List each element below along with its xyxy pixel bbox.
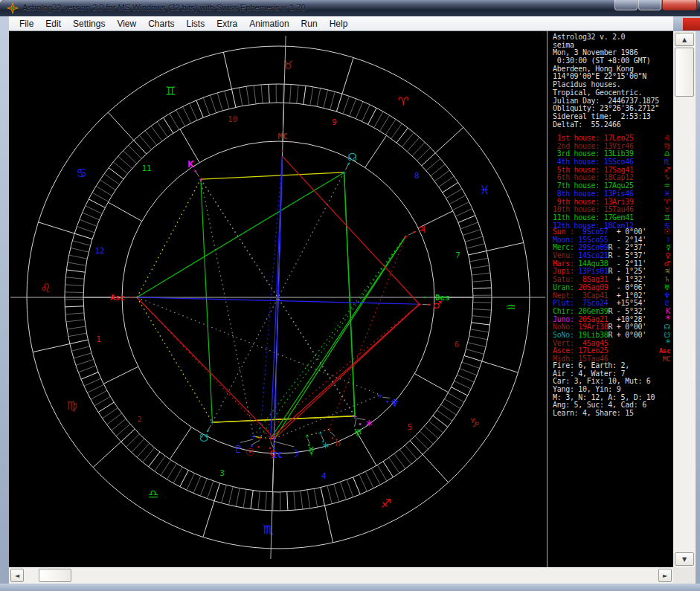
house-cusp	[108, 202, 141, 221]
window-border-right	[696, 31, 700, 591]
sign-boundary	[39, 222, 75, 233]
aspect-line	[260, 156, 282, 437]
aspect-line	[201, 172, 344, 179]
maximize-button[interactable]	[638, 0, 661, 10]
planet-marker-merc: +	[305, 432, 309, 439]
aspect-line	[254, 236, 405, 436]
chart-info-line: DeltaT: 55.2466	[553, 121, 670, 129]
sign-glyph-aries: ♈	[398, 94, 408, 109]
sign-boundary	[482, 361, 518, 372]
planet-marker-nep: +	[379, 392, 383, 399]
planet-dot-nep	[386, 401, 388, 403]
sign-glyph-aquarius: ♒	[506, 300, 516, 314]
planet-marker-nono: +	[342, 169, 347, 176]
aspect-line	[137, 297, 380, 395]
house-number-2: 2	[137, 415, 142, 424]
close-button[interactable]	[662, 0, 697, 10]
vertical-scroll-thumb[interactable]	[675, 48, 694, 97]
sign-glyph-scorpio: ♏	[263, 523, 274, 537]
house-number-6: 6	[455, 340, 460, 349]
app-icon-image	[7, 2, 19, 14]
menu-item-file[interactable]: File	[13, 17, 39, 30]
chart-info-line: Tropical, Geocentric.	[553, 89, 670, 97]
planet-marker-plu: +	[251, 433, 256, 440]
planet-marker-ven: +	[269, 435, 273, 442]
sign-glyph-taurus: ♉	[283, 58, 293, 72]
sign-glyph-gemini: ♊	[165, 84, 176, 98]
mc-label: MC	[278, 132, 288, 141]
menu-item-run[interactable]: Run	[295, 17, 324, 30]
menu-item-help[interactable]: Help	[324, 17, 354, 30]
planet-glyph-nep: ♆	[390, 397, 399, 409]
house-cusp	[103, 366, 138, 384]
sign-boundary	[423, 454, 449, 482]
menu-item-edit[interactable]: Edit	[39, 17, 67, 30]
planet-marker-moon: +	[272, 435, 277, 442]
sign-glyph-capricorn: ♑	[469, 416, 480, 430]
house-number-8: 8	[414, 171, 420, 181]
menu-bar: FileEditSettingsViewChartsListsExtraAnim…	[9, 16, 673, 31]
house-number-7: 7	[455, 251, 460, 260]
planet-glyph-sono: ☋	[199, 432, 208, 444]
scrollbar-corner	[673, 567, 696, 584]
house-number-4: 4	[321, 471, 327, 481]
planet-dot-sun	[257, 446, 260, 448]
menu-item-lists[interactable]: Lists	[181, 17, 211, 30]
sign-glyph-cancer: ♋	[77, 166, 87, 180]
ic-label: IC	[272, 450, 282, 460]
house-number-1: 1	[96, 335, 101, 344]
menu-item-settings[interactable]: Settings	[67, 17, 111, 30]
aspect-line	[274, 236, 405, 439]
house-number-3: 3	[219, 468, 225, 478]
planet-marker-vert: +	[318, 429, 323, 436]
planet-glyph-merc: ☿	[308, 445, 315, 456]
horizontal-scroll-thumb[interactable]	[39, 569, 71, 582]
menu-item-animation[interactable]: Animation	[243, 17, 295, 30]
house-cusp	[180, 129, 199, 163]
house-cusp	[414, 374, 448, 393]
des-point	[424, 297, 426, 298]
aspect-line	[282, 156, 419, 304]
planet-dot-plu	[251, 445, 253, 448]
planet-marker-mars: +	[417, 300, 422, 308]
window-border-bottom	[0, 584, 700, 591]
minimize-button[interactable]	[614, 0, 638, 10]
asc-label: Asc	[110, 293, 125, 303]
title-bar[interactable]: Astrolog32 version 2.0 for MS Windows (3…	[0, 0, 700, 16]
horizontal-scrollbar[interactable]: ◄ ►	[9, 567, 673, 584]
sign-boundary	[435, 127, 463, 153]
natal-wheel: ♈♉♊♋♌♍♎♏♐♑♒♓123456789101112+☉+☽+☿+♀+♂+♃+…	[9, 31, 547, 567]
house-number-12: 12	[94, 246, 104, 256]
planet-glyph-chi: K	[187, 159, 195, 169]
planet-marker-sono: +	[211, 419, 215, 426]
scroll-down-button[interactable]: ▼	[675, 552, 694, 566]
sign-glyph-virgo: ♍	[66, 398, 77, 413]
scroll-right-button[interactable]: ►	[658, 569, 672, 582]
planet-glyph-vert: *	[322, 439, 329, 455]
house-number-11: 11	[141, 164, 151, 173]
house-number-5: 5	[408, 422, 413, 432]
menu-item-view[interactable]: View	[111, 17, 142, 30]
house-number-10: 10	[228, 114, 237, 124]
sign-glyph-pisces: ♓	[479, 183, 489, 197]
window-border-left	[0, 16, 9, 591]
sign-boundary	[223, 52, 231, 89]
sign-boundary	[325, 506, 333, 543]
planet-marker-chi: +	[199, 175, 203, 183]
summary-line: Learn: 4, Share: 15	[553, 410, 670, 418]
planet-dot-juno	[359, 423, 362, 425]
sign-glyph-sagittarius: ♐	[381, 497, 391, 511]
mc-point	[281, 150, 283, 152]
scroll-up-button[interactable]: ▲	[675, 33, 694, 46]
menu-item-extra[interactable]: Extra	[211, 17, 243, 30]
planet-glyph-plu: ♇	[234, 443, 243, 455]
app-icon[interactable]	[7, 2, 19, 14]
sign-boundary	[93, 442, 121, 468]
vertical-scrollbar[interactable]: ▲ ▼	[673, 31, 696, 567]
menu-item-charts[interactable]: Charts	[142, 17, 180, 30]
scroll-left-button[interactable]: ◄	[10, 569, 24, 582]
house-cusp	[170, 427, 191, 459]
aspect-line	[344, 172, 356, 416]
sign-boundary	[487, 242, 524, 251]
planet-glyph-nono: ☊	[348, 151, 357, 163]
